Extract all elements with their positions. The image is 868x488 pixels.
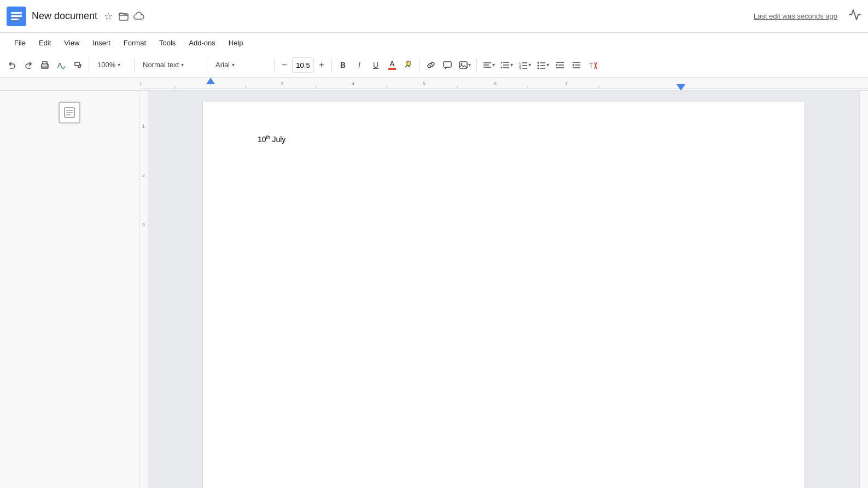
doc-paragraph[interactable]: 10th July	[258, 134, 750, 144]
doc-title[interactable]: New document	[32, 10, 97, 22]
v-ruler-mark-3: 3	[142, 222, 145, 227]
print-button[interactable]	[37, 56, 53, 74]
svg-rect-1	[11, 12, 22, 14]
svg-text:A: A	[57, 61, 62, 69]
menu-format[interactable]: Format	[118, 37, 152, 49]
v-ruler-mark-1: 1	[142, 124, 145, 129]
font-value: Arial	[215, 61, 230, 69]
clear-format-button[interactable]: T	[585, 56, 601, 74]
svg-text:2: 2	[209, 81, 212, 86]
menu-insert[interactable]: Insert	[87, 37, 116, 49]
spellcheck-button[interactable]: A	[54, 56, 69, 74]
undo-button[interactable]	[4, 56, 20, 74]
image-dropdown-arrow: ▾	[468, 62, 471, 68]
style-value: Normal text	[143, 61, 179, 69]
ruler: 1 2 3 4 5 6 7	[0, 78, 868, 91]
separator-3	[207, 58, 207, 72]
menu-edit[interactable]: Edit	[33, 37, 56, 49]
menu-tools[interactable]: Tools	[154, 37, 181, 49]
text-color-bar	[388, 68, 396, 70]
text-color-button[interactable]: A	[385, 56, 400, 74]
svg-rect-10	[407, 61, 410, 66]
numbered-list-arrow: ▾	[528, 62, 531, 68]
decrease-indent-button[interactable]	[552, 56, 568, 74]
svg-point-27	[538, 64, 539, 66]
document-content[interactable]: 10th July	[258, 134, 750, 353]
star-icon[interactable]: ☆	[102, 10, 115, 23]
v-ruler-mark-2: 2	[142, 173, 145, 178]
svg-point-13	[461, 63, 463, 64]
comment-button[interactable]	[440, 56, 455, 74]
titlebar: New document ☆ Last edit was seconds ago	[0, 0, 868, 33]
italic-button[interactable]: I	[352, 56, 367, 74]
line-spacing-arrow: ▾	[510, 62, 513, 68]
svg-rect-9	[80, 64, 81, 66]
underline-button[interactable]: U	[368, 56, 383, 74]
link-button[interactable]	[423, 56, 439, 74]
separator-5	[331, 58, 332, 72]
toolbar: A 100% ▾ Normal text ▾ Arial ▾ − 10.5 + …	[0, 52, 868, 78]
document-area[interactable]: 10th July	[148, 91, 859, 488]
svg-text:1: 1	[139, 81, 142, 86]
separator-6	[420, 58, 420, 72]
main-area: 1 2 3 10th July	[0, 91, 868, 488]
svg-text:T: T	[589, 62, 593, 69]
svg-rect-3	[11, 19, 19, 20]
separator-1	[89, 58, 89, 72]
svg-point-26	[538, 62, 539, 63]
svg-rect-4	[119, 14, 128, 20]
menu-view[interactable]: View	[59, 37, 85, 49]
document-page[interactable]: 10th July	[203, 102, 805, 488]
bulleted-list-arrow: ▾	[546, 62, 549, 68]
zoom-value: 100%	[97, 61, 115, 69]
svg-rect-11	[444, 62, 451, 67]
last-edit-status[interactable]: Last edit was seconds ago	[754, 12, 837, 20]
font-size-increase[interactable]: +	[315, 57, 328, 73]
folder-icon[interactable]	[117, 10, 130, 23]
right-panel	[859, 91, 868, 488]
svg-rect-6	[43, 66, 47, 68]
svg-rect-2	[11, 15, 22, 17]
line-spacing-button[interactable]: ▾	[498, 56, 515, 74]
app-logo[interactable]	[7, 7, 26, 26]
vertical-ruler: 1 2 3	[139, 91, 148, 488]
redo-button[interactable]	[21, 56, 36, 74]
font-size-decrease[interactable]: −	[278, 57, 291, 73]
align-button[interactable]: ▾	[480, 56, 497, 74]
menu-help[interactable]: Help	[223, 37, 249, 49]
bulleted-list-button[interactable]: ▾	[534, 56, 551, 74]
outline-icon[interactable]	[59, 102, 80, 124]
doc-text-10: 10	[258, 135, 266, 144]
cloud-icon[interactable]	[132, 10, 145, 23]
sidebar	[0, 91, 139, 488]
doc-sup-th: th	[266, 134, 270, 140]
highlight-button[interactable]	[401, 56, 416, 74]
svg-text:3: 3	[281, 81, 283, 86]
style-dropdown[interactable]: Normal text ▾	[138, 56, 203, 74]
increase-indent-button[interactable]	[569, 56, 584, 74]
svg-point-28	[538, 67, 539, 69]
bold-button[interactable]: B	[335, 56, 351, 74]
svg-text:7: 7	[565, 81, 568, 86]
menu-addons[interactable]: Add-ons	[183, 37, 220, 49]
separator-2	[134, 58, 135, 72]
font-dropdown[interactable]: Arial ▾	[211, 56, 271, 74]
align-arrow: ▾	[492, 62, 495, 68]
paintformat-button[interactable]	[70, 56, 85, 74]
numbered-list-button[interactable]: 1.2.3. ▾	[516, 56, 533, 74]
separator-4	[274, 58, 275, 72]
font-arrow: ▾	[232, 62, 235, 68]
zoom-arrow: ▾	[118, 62, 120, 68]
svg-text:3.: 3.	[519, 67, 522, 70]
separator-7	[476, 58, 477, 72]
image-button[interactable]: ▾	[456, 56, 473, 74]
menu-file[interactable]: File	[9, 37, 31, 49]
font-size-value[interactable]: 10.5	[292, 57, 314, 73]
font-size-control: − 10.5 +	[278, 57, 328, 73]
style-arrow: ▾	[181, 62, 184, 68]
menubar: File Edit View Insert Format Tools Add-o…	[0, 33, 868, 52]
svg-point-7	[47, 64, 48, 66]
zoom-dropdown[interactable]: 100% ▾	[92, 56, 131, 74]
svg-text:5: 5	[423, 81, 426, 86]
activity-icon[interactable]	[848, 8, 861, 24]
